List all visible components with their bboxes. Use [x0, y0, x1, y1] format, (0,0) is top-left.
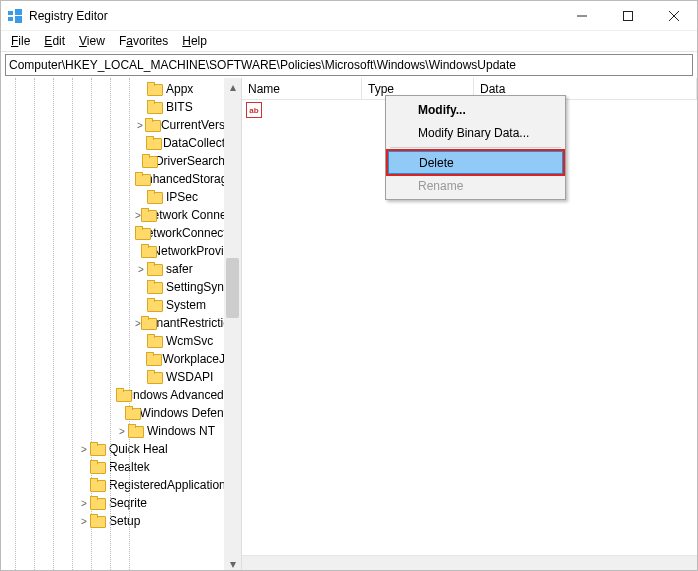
- tree-item[interactable]: >Windows NT: [1, 422, 241, 440]
- tree-item[interactable]: >CurrentVersion: [1, 116, 241, 134]
- folder-icon: [147, 262, 163, 276]
- menu-help[interactable]: Help: [176, 32, 213, 50]
- expand-icon[interactable]: >: [135, 120, 145, 131]
- svg-rect-0: [8, 11, 13, 15]
- ctx-modify-binary[interactable]: Modify Binary Data...: [388, 121, 563, 144]
- folder-icon: [141, 244, 149, 258]
- tree-item[interactable]: WSDAPI: [1, 368, 241, 386]
- folder-icon: [147, 82, 163, 96]
- close-button[interactable]: [651, 1, 697, 31]
- tree-item[interactable]: IPSec: [1, 188, 241, 206]
- window-title: Registry Editor: [29, 9, 108, 23]
- tree-item[interactable]: System: [1, 296, 241, 314]
- string-value-icon: ab: [246, 102, 262, 118]
- tree-item[interactable]: Appx: [1, 80, 241, 98]
- folder-icon: [147, 370, 163, 384]
- tree-item-label: Windows Advanced Threat Protection: [118, 388, 241, 402]
- folder-icon: [147, 298, 163, 312]
- folder-icon: [146, 136, 160, 150]
- address-bar[interactable]: Computer\HKEY_LOCAL_MACHINE\SOFTWARE\Pol…: [5, 54, 693, 76]
- tree-item[interactable]: Realtek: [1, 458, 241, 476]
- folder-icon: [147, 190, 163, 204]
- expand-icon[interactable]: >: [135, 264, 147, 275]
- svg-rect-5: [624, 11, 633, 20]
- tree-item-label: SettingSync: [165, 280, 230, 294]
- scroll-up-icon[interactable]: ▴: [224, 78, 241, 95]
- folder-icon: [142, 154, 152, 168]
- menu-edit[interactable]: Edit: [38, 32, 71, 50]
- tree-item[interactable]: BITS: [1, 98, 241, 116]
- folder-icon: [125, 406, 137, 420]
- tree-item-label: safer: [165, 262, 193, 276]
- tree-item[interactable]: EnhancedStorageDevices: [1, 170, 241, 188]
- ctx-separator: [390, 147, 561, 148]
- expand-icon[interactable]: >: [135, 210, 141, 221]
- tree-item[interactable]: DataCollection: [1, 134, 241, 152]
- tree-item[interactable]: Windows Advanced Threat Protection: [1, 386, 241, 404]
- menu-view[interactable]: View: [73, 32, 111, 50]
- expand-icon[interactable]: >: [78, 498, 90, 509]
- folder-icon: [147, 334, 163, 348]
- tree-item[interactable]: WcmSvc: [1, 332, 241, 350]
- expand-icon[interactable]: >: [135, 318, 141, 329]
- main-split: AppxBITS>CurrentVersionDataCollectionDri…: [1, 78, 697, 571]
- tree-item[interactable]: >TenantRestrictions: [1, 314, 241, 332]
- minimize-button[interactable]: [559, 1, 605, 31]
- tree-item-label: RegisteredApplications: [108, 478, 232, 492]
- svg-rect-2: [8, 17, 13, 21]
- tree-item[interactable]: NetworkProvider: [1, 242, 241, 260]
- context-menu: Modify... Modify Binary Data... Delete R…: [385, 95, 566, 200]
- scroll-down-icon[interactable]: ▾: [224, 555, 241, 571]
- title-bar: Registry Editor: [1, 1, 697, 31]
- folder-icon: [128, 424, 144, 438]
- tree-item-label: WSDAPI: [165, 370, 213, 384]
- tree-item[interactable]: RegisteredApplications: [1, 476, 241, 494]
- ctx-modify[interactable]: Modify...: [388, 98, 563, 121]
- tree-item[interactable]: Windows Defender: [1, 404, 241, 422]
- tree-pane: AppxBITS>CurrentVersionDataCollectionDri…: [1, 78, 242, 571]
- ctx-rename[interactable]: Rename: [388, 174, 563, 197]
- tree-item-label: Appx: [165, 82, 193, 96]
- registry-tree[interactable]: AppxBITS>CurrentVersionDataCollectionDri…: [1, 78, 241, 532]
- col-name[interactable]: Name: [242, 78, 362, 99]
- tree-item-label: Setup: [108, 514, 140, 528]
- svg-rect-3: [15, 16, 22, 23]
- tree-item[interactable]: DriverSearching: [1, 152, 241, 170]
- tree-item[interactable]: >Seqrite: [1, 494, 241, 512]
- folder-icon: [90, 496, 106, 510]
- tree-item-label: Windows NT: [146, 424, 215, 438]
- tree-item-label: WcmSvc: [165, 334, 213, 348]
- tree-item-label: Quick Heal: [108, 442, 168, 456]
- tree-item[interactable]: >safer: [1, 260, 241, 278]
- tree-item[interactable]: >Setup: [1, 512, 241, 530]
- folder-icon: [147, 280, 163, 294]
- tree-vscrollbar[interactable]: ▴ ▾: [224, 78, 241, 571]
- folder-icon: [147, 100, 163, 114]
- ctx-delete[interactable]: Delete: [388, 151, 563, 174]
- folder-icon: [90, 460, 106, 474]
- folder-icon: [90, 442, 106, 456]
- tree-item[interactable]: >Network Connections: [1, 206, 241, 224]
- folder-icon: [146, 352, 160, 366]
- tree-item-label: Seqrite: [108, 496, 147, 510]
- expand-icon[interactable]: >: [78, 516, 90, 527]
- menu-favorites[interactable]: Favorites: [113, 32, 174, 50]
- svg-rect-1: [15, 9, 22, 15]
- tree-item-label: BITS: [165, 100, 193, 114]
- menu-file[interactable]: File: [5, 32, 36, 50]
- expand-icon[interactable]: >: [116, 426, 128, 437]
- folder-icon: [145, 118, 158, 132]
- maximize-button[interactable]: [605, 1, 651, 31]
- tree-item-label: IPSec: [165, 190, 198, 204]
- app-icon: [7, 8, 23, 24]
- scroll-thumb[interactable]: [226, 258, 239, 318]
- tree-item[interactable]: SettingSync: [1, 278, 241, 296]
- folder-icon: [90, 514, 106, 528]
- expand-icon[interactable]: >: [78, 444, 90, 455]
- folder-icon: [90, 478, 106, 492]
- list-hscrollbar[interactable]: [242, 555, 697, 571]
- tree-item[interactable]: >Quick Heal: [1, 440, 241, 458]
- menu-bar: File Edit View Favorites Help: [1, 31, 697, 52]
- tree-item[interactable]: WorkplaceJoin: [1, 350, 241, 368]
- tree-item[interactable]: NetworkConnectivityStatusIndicator: [1, 224, 241, 242]
